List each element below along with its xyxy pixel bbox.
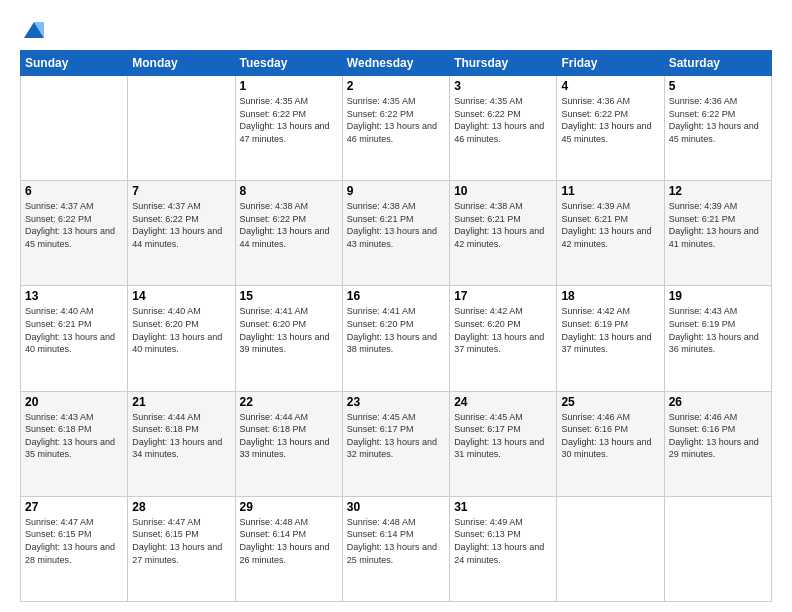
cell-daylight-info: Sunrise: 4:42 AM Sunset: 6:19 PM Dayligh… bbox=[561, 305, 659, 355]
day-number: 9 bbox=[347, 184, 445, 198]
calendar-cell: 15Sunrise: 4:41 AM Sunset: 6:20 PM Dayli… bbox=[235, 286, 342, 391]
logo-icon bbox=[20, 16, 48, 44]
cell-daylight-info: Sunrise: 4:48 AM Sunset: 6:14 PM Dayligh… bbox=[240, 516, 338, 566]
calendar-cell: 31Sunrise: 4:49 AM Sunset: 6:13 PM Dayli… bbox=[450, 496, 557, 601]
day-number: 5 bbox=[669, 79, 767, 93]
calendar-cell: 22Sunrise: 4:44 AM Sunset: 6:18 PM Dayli… bbox=[235, 391, 342, 496]
day-number: 23 bbox=[347, 395, 445, 409]
day-number: 27 bbox=[25, 500, 123, 514]
day-number: 29 bbox=[240, 500, 338, 514]
day-number: 6 bbox=[25, 184, 123, 198]
day-number: 30 bbox=[347, 500, 445, 514]
calendar-week-row: 20Sunrise: 4:43 AM Sunset: 6:18 PM Dayli… bbox=[21, 391, 772, 496]
calendar-cell: 7Sunrise: 4:37 AM Sunset: 6:22 PM Daylig… bbox=[128, 181, 235, 286]
calendar-cell: 27Sunrise: 4:47 AM Sunset: 6:15 PM Dayli… bbox=[21, 496, 128, 601]
day-number: 31 bbox=[454, 500, 552, 514]
calendar-cell: 29Sunrise: 4:48 AM Sunset: 6:14 PM Dayli… bbox=[235, 496, 342, 601]
day-number: 18 bbox=[561, 289, 659, 303]
day-number: 2 bbox=[347, 79, 445, 93]
day-number: 16 bbox=[347, 289, 445, 303]
cell-daylight-info: Sunrise: 4:46 AM Sunset: 6:16 PM Dayligh… bbox=[669, 411, 767, 461]
calendar-cell: 21Sunrise: 4:44 AM Sunset: 6:18 PM Dayli… bbox=[128, 391, 235, 496]
cell-daylight-info: Sunrise: 4:39 AM Sunset: 6:21 PM Dayligh… bbox=[561, 200, 659, 250]
cell-daylight-info: Sunrise: 4:38 AM Sunset: 6:22 PM Dayligh… bbox=[240, 200, 338, 250]
calendar-cell: 11Sunrise: 4:39 AM Sunset: 6:21 PM Dayli… bbox=[557, 181, 664, 286]
cell-daylight-info: Sunrise: 4:37 AM Sunset: 6:22 PM Dayligh… bbox=[132, 200, 230, 250]
calendar-cell: 13Sunrise: 4:40 AM Sunset: 6:21 PM Dayli… bbox=[21, 286, 128, 391]
calendar-cell bbox=[664, 496, 771, 601]
calendar-cell: 8Sunrise: 4:38 AM Sunset: 6:22 PM Daylig… bbox=[235, 181, 342, 286]
day-number: 13 bbox=[25, 289, 123, 303]
calendar-cell: 5Sunrise: 4:36 AM Sunset: 6:22 PM Daylig… bbox=[664, 76, 771, 181]
logo bbox=[20, 16, 52, 44]
day-number: 1 bbox=[240, 79, 338, 93]
day-number: 26 bbox=[669, 395, 767, 409]
cell-daylight-info: Sunrise: 4:48 AM Sunset: 6:14 PM Dayligh… bbox=[347, 516, 445, 566]
cell-daylight-info: Sunrise: 4:39 AM Sunset: 6:21 PM Dayligh… bbox=[669, 200, 767, 250]
calendar-cell: 1Sunrise: 4:35 AM Sunset: 6:22 PM Daylig… bbox=[235, 76, 342, 181]
calendar-cell: 14Sunrise: 4:40 AM Sunset: 6:20 PM Dayli… bbox=[128, 286, 235, 391]
cell-daylight-info: Sunrise: 4:38 AM Sunset: 6:21 PM Dayligh… bbox=[347, 200, 445, 250]
calendar-cell: 23Sunrise: 4:45 AM Sunset: 6:17 PM Dayli… bbox=[342, 391, 449, 496]
day-header-friday: Friday bbox=[557, 51, 664, 76]
day-number: 8 bbox=[240, 184, 338, 198]
day-number: 3 bbox=[454, 79, 552, 93]
page-header bbox=[20, 16, 772, 44]
calendar-cell: 26Sunrise: 4:46 AM Sunset: 6:16 PM Dayli… bbox=[664, 391, 771, 496]
calendar-table: SundayMondayTuesdayWednesdayThursdayFrid… bbox=[20, 50, 772, 602]
cell-daylight-info: Sunrise: 4:41 AM Sunset: 6:20 PM Dayligh… bbox=[240, 305, 338, 355]
day-header-thursday: Thursday bbox=[450, 51, 557, 76]
cell-daylight-info: Sunrise: 4:49 AM Sunset: 6:13 PM Dayligh… bbox=[454, 516, 552, 566]
cell-daylight-info: Sunrise: 4:37 AM Sunset: 6:22 PM Dayligh… bbox=[25, 200, 123, 250]
cell-daylight-info: Sunrise: 4:45 AM Sunset: 6:17 PM Dayligh… bbox=[454, 411, 552, 461]
calendar-cell: 28Sunrise: 4:47 AM Sunset: 6:15 PM Dayli… bbox=[128, 496, 235, 601]
day-number: 17 bbox=[454, 289, 552, 303]
day-number: 14 bbox=[132, 289, 230, 303]
calendar-week-row: 27Sunrise: 4:47 AM Sunset: 6:15 PM Dayli… bbox=[21, 496, 772, 601]
calendar-week-row: 1Sunrise: 4:35 AM Sunset: 6:22 PM Daylig… bbox=[21, 76, 772, 181]
cell-daylight-info: Sunrise: 4:43 AM Sunset: 6:18 PM Dayligh… bbox=[25, 411, 123, 461]
calendar-cell: 30Sunrise: 4:48 AM Sunset: 6:14 PM Dayli… bbox=[342, 496, 449, 601]
calendar-cell: 12Sunrise: 4:39 AM Sunset: 6:21 PM Dayli… bbox=[664, 181, 771, 286]
day-number: 10 bbox=[454, 184, 552, 198]
cell-daylight-info: Sunrise: 4:40 AM Sunset: 6:20 PM Dayligh… bbox=[132, 305, 230, 355]
day-number: 11 bbox=[561, 184, 659, 198]
day-number: 4 bbox=[561, 79, 659, 93]
cell-daylight-info: Sunrise: 4:47 AM Sunset: 6:15 PM Dayligh… bbox=[132, 516, 230, 566]
cell-daylight-info: Sunrise: 4:41 AM Sunset: 6:20 PM Dayligh… bbox=[347, 305, 445, 355]
cell-daylight-info: Sunrise: 4:35 AM Sunset: 6:22 PM Dayligh… bbox=[240, 95, 338, 145]
calendar-cell: 3Sunrise: 4:35 AM Sunset: 6:22 PM Daylig… bbox=[450, 76, 557, 181]
calendar-header-row: SundayMondayTuesdayWednesdayThursdayFrid… bbox=[21, 51, 772, 76]
day-number: 28 bbox=[132, 500, 230, 514]
calendar-cell: 2Sunrise: 4:35 AM Sunset: 6:22 PM Daylig… bbox=[342, 76, 449, 181]
cell-daylight-info: Sunrise: 4:36 AM Sunset: 6:22 PM Dayligh… bbox=[561, 95, 659, 145]
calendar-cell: 9Sunrise: 4:38 AM Sunset: 6:21 PM Daylig… bbox=[342, 181, 449, 286]
cell-daylight-info: Sunrise: 4:43 AM Sunset: 6:19 PM Dayligh… bbox=[669, 305, 767, 355]
day-header-saturday: Saturday bbox=[664, 51, 771, 76]
calendar-cell: 25Sunrise: 4:46 AM Sunset: 6:16 PM Dayli… bbox=[557, 391, 664, 496]
cell-daylight-info: Sunrise: 4:38 AM Sunset: 6:21 PM Dayligh… bbox=[454, 200, 552, 250]
day-number: 25 bbox=[561, 395, 659, 409]
calendar-cell bbox=[557, 496, 664, 601]
calendar-cell: 19Sunrise: 4:43 AM Sunset: 6:19 PM Dayli… bbox=[664, 286, 771, 391]
calendar-cell: 17Sunrise: 4:42 AM Sunset: 6:20 PM Dayli… bbox=[450, 286, 557, 391]
calendar-cell: 10Sunrise: 4:38 AM Sunset: 6:21 PM Dayli… bbox=[450, 181, 557, 286]
calendar-week-row: 13Sunrise: 4:40 AM Sunset: 6:21 PM Dayli… bbox=[21, 286, 772, 391]
day-header-sunday: Sunday bbox=[21, 51, 128, 76]
calendar-cell: 6Sunrise: 4:37 AM Sunset: 6:22 PM Daylig… bbox=[21, 181, 128, 286]
cell-daylight-info: Sunrise: 4:36 AM Sunset: 6:22 PM Dayligh… bbox=[669, 95, 767, 145]
day-number: 12 bbox=[669, 184, 767, 198]
cell-daylight-info: Sunrise: 4:44 AM Sunset: 6:18 PM Dayligh… bbox=[132, 411, 230, 461]
day-number: 24 bbox=[454, 395, 552, 409]
calendar-cell: 18Sunrise: 4:42 AM Sunset: 6:19 PM Dayli… bbox=[557, 286, 664, 391]
cell-daylight-info: Sunrise: 4:45 AM Sunset: 6:17 PM Dayligh… bbox=[347, 411, 445, 461]
cell-daylight-info: Sunrise: 4:47 AM Sunset: 6:15 PM Dayligh… bbox=[25, 516, 123, 566]
cell-daylight-info: Sunrise: 4:35 AM Sunset: 6:22 PM Dayligh… bbox=[347, 95, 445, 145]
day-number: 19 bbox=[669, 289, 767, 303]
calendar-cell: 24Sunrise: 4:45 AM Sunset: 6:17 PM Dayli… bbox=[450, 391, 557, 496]
cell-daylight-info: Sunrise: 4:40 AM Sunset: 6:21 PM Dayligh… bbox=[25, 305, 123, 355]
day-number: 15 bbox=[240, 289, 338, 303]
calendar-cell: 20Sunrise: 4:43 AM Sunset: 6:18 PM Dayli… bbox=[21, 391, 128, 496]
calendar-week-row: 6Sunrise: 4:37 AM Sunset: 6:22 PM Daylig… bbox=[21, 181, 772, 286]
day-number: 21 bbox=[132, 395, 230, 409]
